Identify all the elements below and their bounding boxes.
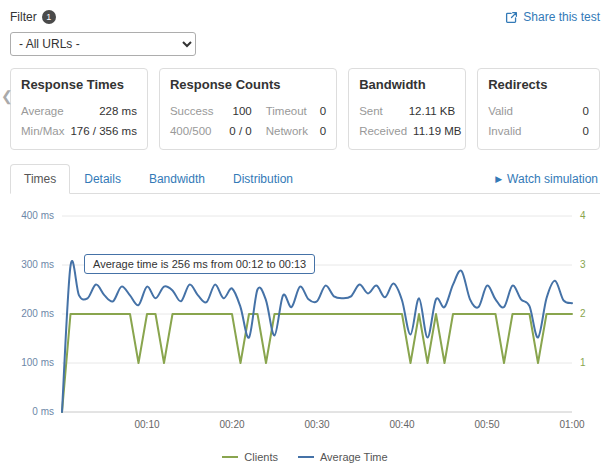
summary-card: Response TimesAverage228 msMin/Max176 / … <box>10 68 148 150</box>
summary-card: RedirectsValid0Invalid0 <box>477 68 600 150</box>
stat-value: 0 <box>583 121 589 141</box>
right-axis-tick-label: 4 <box>580 210 586 221</box>
stat-value: 0 <box>320 101 326 121</box>
card-rows: Valid0Invalid0 <box>488 101 589 141</box>
stat-value: 12.11 KB <box>409 101 455 121</box>
card-rows: Sent12.11 KBReceived11.19 MB <box>359 101 455 141</box>
legend-item-average-time[interactable]: Average Time <box>298 451 388 463</box>
chart-tooltip: Average time is 256 ms from 00:12 to 00:… <box>84 254 315 274</box>
x-axis-tick-label: 00:40 <box>389 419 414 430</box>
card-rows: Average228 msMin/Max176 / 356 ms <box>21 101 137 141</box>
share-link-label: Share this test <box>523 10 600 24</box>
stat-row: Success100 <box>170 101 252 121</box>
stat-value: 11.19 MB <box>413 121 461 141</box>
stat-label: Invalid <box>488 121 521 141</box>
x-axis-tick-label: 01:00 <box>559 419 584 430</box>
summary-cards: Response TimesAverage228 msMin/Max176 / … <box>10 68 600 150</box>
topbar: Filter 1 Share this test <box>10 8 600 26</box>
right-axis-tick-label: 3 <box>580 259 586 270</box>
card-rows: Success100Timeout0400/5000 / 0Network0 <box>170 101 326 141</box>
left-axis-tick-label: 100 ms <box>21 357 54 368</box>
stat-label: Sent <box>359 101 383 121</box>
legend-swatch <box>298 456 314 458</box>
left-axis-tick-label: 300 ms <box>21 259 54 270</box>
times-chart-panel: 0 ms100 ms200 ms300 ms400 ms123400:1000:… <box>10 194 600 463</box>
chart-legend: ClientsAverage Time <box>10 451 600 463</box>
filter-count-badge: 1 <box>42 10 56 24</box>
watch-simulation-label: Watch simulation <box>507 172 598 186</box>
stat-row: Network0 <box>266 121 326 141</box>
x-axis-tick-label: 00:30 <box>304 419 329 430</box>
tab-details[interactable]: Details <box>70 164 135 194</box>
filter-group: Filter 1 <box>10 10 56 24</box>
stat-label: Timeout <box>266 101 307 121</box>
left-axis-tick-label: 200 ms <box>21 308 54 319</box>
watch-simulation-link[interactable]: ▶ Watch simulation <box>495 172 600 193</box>
left-axis-tick-label: 0 ms <box>32 406 54 417</box>
tab-times[interactable]: Times <box>10 164 70 194</box>
stat-row: 400/5000 / 0 <box>170 121 252 141</box>
summary-card: BandwidthSent12.11 KBReceived11.19 MB <box>348 68 466 150</box>
tabs-row: TimesDetailsBandwidthDistribution ▶ Watc… <box>10 164 600 194</box>
x-axis-tick-label: 00:50 <box>474 419 499 430</box>
stat-value: 0 <box>320 121 326 141</box>
stat-row: Valid0 <box>488 101 589 121</box>
load-test-results-page: Filter 1 Share this test - All URLs - ❮ … <box>0 0 610 468</box>
stat-row: Received11.19 MB <box>359 121 455 141</box>
summary-card: Response CountsSuccess100Timeout0400/500… <box>159 68 337 150</box>
stat-value: 0 / 0 <box>229 121 251 141</box>
stat-value: 0 <box>583 101 589 121</box>
carousel-prev-icon[interactable]: ❮ <box>1 88 13 104</box>
url-filter-select[interactable]: - All URLs - <box>10 32 196 56</box>
series-line-average-time <box>62 261 572 412</box>
times-chart[interactable]: 0 ms100 ms200 ms300 ms400 ms123400:1000:… <box>10 202 600 446</box>
share-test-link[interactable]: Share this test <box>505 10 600 24</box>
share-icon <box>505 11 518 24</box>
left-axis-tick-label: 400 ms <box>21 210 54 221</box>
stat-label: Success <box>170 101 213 121</box>
tab-distribution[interactable]: Distribution <box>219 164 307 194</box>
legend-item-clients[interactable]: Clients <box>222 451 278 463</box>
legend-label: Clients <box>244 451 278 463</box>
legend-swatch <box>222 456 238 458</box>
url-filter-row: - All URLs - <box>10 32 600 56</box>
stat-value: 100 <box>233 101 252 121</box>
x-axis-tick-label: 00:10 <box>134 419 159 430</box>
stat-row: Average228 ms <box>21 101 137 121</box>
legend-label: Average Time <box>320 451 388 463</box>
stat-label: Received <box>359 121 407 141</box>
stat-row: Min/Max176 / 356 ms <box>21 121 137 141</box>
stat-row: Timeout0 <box>266 101 326 121</box>
tab-bandwidth[interactable]: Bandwidth <box>135 164 219 194</box>
stat-label: Valid <box>488 101 513 121</box>
stat-value: 228 ms <box>99 101 137 121</box>
stat-label: Average <box>21 101 64 121</box>
card-title: Response Counts <box>170 77 326 92</box>
stat-label: 400/500 <box>170 121 212 141</box>
stat-row: Sent12.11 KB <box>359 101 455 121</box>
right-axis-tick-label: 2 <box>580 308 586 319</box>
stat-row: Invalid0 <box>488 121 589 141</box>
x-axis-tick-label: 00:20 <box>219 419 244 430</box>
tabs: TimesDetailsBandwidthDistribution <box>10 164 307 193</box>
card-title: Redirects <box>488 77 589 92</box>
stat-label: Min/Max <box>21 121 64 141</box>
filter-label: Filter <box>10 10 37 24</box>
stat-value: 176 / 356 ms <box>70 121 136 141</box>
card-title: Response Times <box>21 77 137 92</box>
card-title: Bandwidth <box>359 77 455 92</box>
play-icon: ▶ <box>495 175 502 184</box>
right-axis-tick-label: 1 <box>580 357 586 368</box>
stat-label: Network <box>266 121 308 141</box>
